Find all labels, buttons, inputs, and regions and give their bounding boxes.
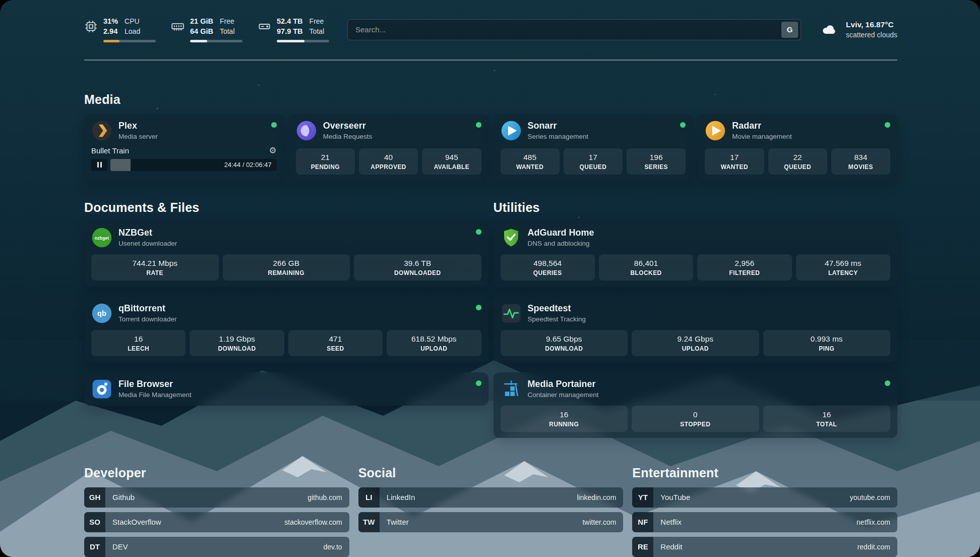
radarr-card[interactable]: Radarr Movie management 17WANTED 22QUEUE… bbox=[698, 114, 897, 181]
plex-time: 24:44 / 02:06:47 bbox=[224, 159, 272, 171]
qbittorrent-icon: qb bbox=[91, 303, 112, 324]
weather-location: Lviv, 16.87°C bbox=[846, 20, 897, 29]
stat-latency: 47.569 msLATENCY bbox=[796, 254, 890, 281]
weather-widget: Lviv, 16.87°C scattered clouds bbox=[819, 20, 897, 39]
bookmark-netflix[interactable]: NF Netflix netflix.com bbox=[632, 512, 897, 532]
bookmark-twitter[interactable]: TW Twitter twitter.com bbox=[358, 512, 624, 532]
stat-total: 16TOTAL bbox=[763, 406, 891, 432]
bookmark-dev[interactable]: DT DEV dev.to bbox=[84, 537, 349, 557]
portainer-icon bbox=[501, 378, 522, 400]
bookmark-linkedin[interactable]: LI LinkedIn linkedin.com bbox=[358, 487, 624, 508]
documents-column: Documents & Files nzbget NZBGet Usenet d… bbox=[84, 201, 488, 438]
cpu-load-label: Load bbox=[125, 27, 140, 36]
stat-leech: 16LEECH bbox=[91, 330, 186, 356]
stat-upload: 9.24 GbpsUPLOAD bbox=[632, 330, 759, 356]
app-subtitle: Media server bbox=[118, 133, 158, 140]
entertainment-bookmarks: Entertainment YT YouTube youtube.com NF … bbox=[632, 466, 897, 557]
bookmark-stackoverflow[interactable]: SO StackOverflow stackoverflow.com bbox=[84, 512, 349, 532]
plex-progress-bar[interactable]: 24:44 / 02:06:47 bbox=[110, 159, 277, 171]
disk-bar bbox=[277, 40, 329, 42]
bookmark-youtube[interactable]: YT YouTube youtube.com bbox=[632, 487, 897, 508]
nzbget-card[interactable]: nzbget NZBGet Usenet downloader 744.21 M… bbox=[84, 221, 488, 287]
disk-free-label: Free bbox=[310, 17, 325, 26]
status-dot bbox=[476, 305, 481, 310]
portainer-card[interactable]: Media Portainer Container management 16R… bbox=[494, 372, 898, 438]
stat-seed: 471SEED bbox=[288, 330, 383, 356]
app-name: Radarr bbox=[732, 121, 792, 131]
dev-badge: DT bbox=[84, 537, 105, 557]
stat-movies: 834MOVIES bbox=[831, 148, 890, 175]
stat-queued: 22QUEUED bbox=[768, 148, 827, 175]
system-metrics: 31% 2.94 CPU Load bbox=[84, 17, 329, 42]
disk-metric: 52.4 TB 97.9 TB Free Total bbox=[258, 17, 329, 42]
stat-wanted: 17WANTED bbox=[705, 148, 764, 175]
disk-free: 52.4 TB bbox=[277, 17, 303, 26]
cpu-label: CPU bbox=[125, 17, 140, 26]
app-name: AdGuard Home bbox=[528, 228, 594, 238]
app-subtitle: Container management bbox=[528, 391, 599, 399]
status-dot bbox=[476, 380, 481, 386]
github-badge: GH bbox=[84, 487, 105, 508]
cloud-icon bbox=[819, 22, 839, 38]
memory-bar bbox=[190, 40, 242, 42]
search-engine-button[interactable]: G bbox=[781, 22, 798, 38]
section-title-developer: Developer bbox=[84, 466, 349, 479]
section-title-entertainment: Entertainment bbox=[632, 466, 897, 479]
filebrowser-icon bbox=[91, 378, 112, 400]
stat-stopped: 0STOPPED bbox=[632, 406, 759, 432]
search-input[interactable] bbox=[355, 25, 781, 34]
app-subtitle: Usenet downloader bbox=[118, 240, 177, 247]
bookmarks: Developer GH Github github.com SO StackO… bbox=[84, 466, 897, 557]
adguard-card[interactable]: AdGuard Home DNS and adblocking 498,564Q… bbox=[494, 221, 898, 287]
linkedin-badge: LI bbox=[358, 487, 380, 508]
cpu-bar bbox=[103, 40, 156, 42]
top-bar: 31% 2.94 CPU Load bbox=[84, 0, 897, 42]
app-subtitle: Torrent downloader bbox=[118, 315, 177, 323]
status-dot bbox=[476, 229, 481, 235]
nzbget-icon: nzbget bbox=[91, 227, 112, 248]
dashboard: 31% 2.94 CPU Load bbox=[0, 0, 980, 557]
media-grid: Plex Media server Bullet Train ⚙ 24:44 /… bbox=[84, 114, 897, 181]
speedtest-card[interactable]: Speedtest Speedtest Tracking 9.65 GbpsDO… bbox=[494, 297, 898, 362]
cpu-percent: 31% bbox=[103, 17, 118, 26]
plex-card[interactable]: Plex Media server Bullet Train ⚙ 24:44 /… bbox=[84, 114, 284, 181]
status-dot bbox=[271, 122, 277, 128]
disk-icon bbox=[258, 20, 271, 33]
radarr-icon bbox=[705, 120, 726, 141]
section-title-utilities: Utilities bbox=[494, 201, 898, 214]
twitter-badge: TW bbox=[358, 512, 380, 532]
social-bookmarks: Social LI LinkedIn linkedin.com TW Twitt… bbox=[358, 466, 624, 557]
stat-rate: 744.21 MbpsRATE bbox=[91, 254, 219, 281]
adguard-icon bbox=[501, 227, 522, 248]
stat-blocked: 86,401BLOCKED bbox=[599, 254, 693, 281]
weather-condition: scattered clouds bbox=[846, 31, 897, 39]
app-subtitle: Media File Management bbox=[118, 391, 192, 399]
cpu-metric: 31% 2.94 CPU Load bbox=[84, 17, 156, 42]
memory-free: 21 GiB bbox=[190, 17, 213, 26]
youtube-badge: YT bbox=[632, 487, 653, 508]
developer-bookmarks: Developer GH Github github.com SO StackO… bbox=[84, 466, 349, 557]
pause-button[interactable] bbox=[91, 159, 107, 171]
app-name: qBittorrent bbox=[118, 303, 177, 314]
filebrowser-card[interactable]: File Browser Media File Management bbox=[84, 372, 488, 406]
cpu-icon bbox=[84, 20, 98, 33]
section-title-documents: Documents & Files bbox=[84, 201, 488, 214]
qbittorrent-card[interactable]: qb qBittorrent Torrent downloader 16LEEC… bbox=[84, 297, 488, 362]
status-dot bbox=[885, 122, 890, 128]
now-playing-title: Bullet Train bbox=[91, 146, 129, 155]
disk-total-label: Total bbox=[310, 27, 325, 36]
overseerr-card[interactable]: Overseerr Media Requests 21PENDING 40APP… bbox=[289, 114, 488, 181]
app-name: NZBGet bbox=[118, 228, 177, 238]
stat-filtered: 2,956FILTERED bbox=[697, 254, 791, 281]
app-subtitle: Speedtest Tracking bbox=[528, 315, 586, 323]
app-subtitle: Series management bbox=[528, 133, 589, 140]
bookmark-reddit[interactable]: RE Reddit reddit.com bbox=[632, 537, 897, 557]
bookmark-github[interactable]: GH Github github.com bbox=[84, 487, 349, 508]
stat-download: 9.65 GbpsDOWNLOAD bbox=[501, 330, 628, 356]
gear-icon[interactable]: ⚙ bbox=[269, 146, 277, 155]
section-title-social: Social bbox=[358, 466, 624, 479]
stat-running: 16RUNNING bbox=[501, 406, 628, 432]
stat-ping: 0.993 msPING bbox=[763, 330, 891, 356]
stat-upload: 618.52 MbpsUPLOAD bbox=[387, 330, 481, 356]
sonarr-card[interactable]: Sonarr Series management 485WANTED 17QUE… bbox=[494, 114, 693, 181]
